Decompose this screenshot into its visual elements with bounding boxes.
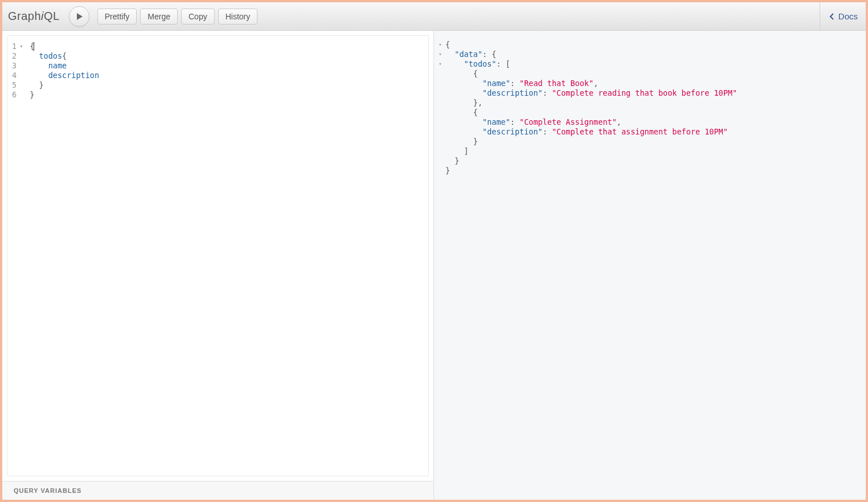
code-token [445, 137, 473, 146]
code-token: "name" [482, 117, 510, 126]
line-number: 5 [12, 80, 17, 90]
code-token: , [593, 79, 598, 88]
chevron-left-icon [829, 13, 835, 21]
code-token: } [445, 166, 450, 175]
code-token [445, 59, 464, 68]
code-token: { [473, 108, 478, 117]
line-number-gutter: 1▾ 2 3 4 5 6 [7, 36, 25, 476]
docs-button[interactable]: Docs [820, 2, 866, 31]
query-editor[interactable]: 1▾ 2 3 4 5 6 { todos{ name description }… [7, 35, 429, 476]
code-token [445, 98, 473, 107]
fold-marker-icon[interactable]: ▾ [437, 50, 443, 59]
fold-marker-icon[interactable]: ▾ [437, 59, 443, 69]
line-number: 1 [12, 42, 17, 51]
code-token: "name" [482, 79, 510, 88]
code-token: "data" [455, 50, 482, 59]
query-code[interactable]: { todos{ name description } } [25, 36, 428, 476]
code-token [445, 156, 455, 165]
code-token: } [455, 156, 459, 165]
history-button[interactable]: History [218, 9, 258, 25]
code-token: : [543, 127, 552, 136]
code-token [445, 69, 473, 78]
code-token: ] [464, 146, 469, 156]
query-editor-wrap: 1▾ 2 3 4 5 6 { todos{ name description }… [2, 31, 433, 481]
code-token [30, 71, 48, 80]
docs-label: Docs [838, 11, 858, 21]
code-token: { [445, 40, 450, 49]
result-code[interactable]: { "data": { "todos": [ { "name": "Read t… [444, 31, 866, 500]
play-icon [76, 13, 84, 21]
execute-button[interactable] [69, 6, 89, 27]
code-token: : [510, 117, 519, 126]
code-token: { [473, 69, 478, 78]
editor-pane: 1▾ 2 3 4 5 6 { todos{ name description }… [2, 31, 434, 500]
code-token [30, 51, 39, 60]
code-token [30, 80, 39, 89]
merge-button[interactable]: Merge [140, 9, 178, 25]
copy-button[interactable]: Copy [181, 9, 215, 25]
code-token [445, 117, 482, 126]
code-token: } [39, 80, 43, 89]
code-token: : [496, 59, 505, 68]
query-variables-bar[interactable]: QUERY VARIABLES [2, 481, 433, 500]
code-token [445, 127, 482, 136]
code-token: "Complete that assignment before 10PM" [552, 127, 728, 136]
code-token [445, 79, 482, 88]
toolbar: GraphiQL Prettify Merge Copy History Doc… [2, 2, 866, 31]
code-token [445, 108, 473, 117]
code-token [445, 146, 464, 156]
line-number: 6 [12, 90, 17, 100]
text-cursor [34, 42, 34, 51]
code-token: } [473, 137, 478, 146]
code-token: , [617, 117, 621, 126]
code-token: "description" [482, 88, 543, 97]
logo-text-post: QL [44, 10, 60, 22]
code-token: "Complete reading that book before 10PM" [552, 88, 737, 97]
code-token: , [478, 98, 482, 107]
code-token: : [510, 79, 519, 88]
logo-text-pre: Graph [8, 10, 41, 22]
result-pane: ▾ ▾ ▾ { "data": { "todos": [ { "name": "… [434, 31, 866, 500]
main-area: 1▾ 2 3 4 5 6 { todos{ name description }… [2, 31, 866, 500]
app-logo: GraphiQL [8, 10, 60, 23]
code-token: } [30, 90, 34, 99]
line-number: 4 [12, 71, 17, 80]
code-token [445, 50, 455, 59]
fold-marker-icon[interactable]: ▾ [18, 42, 23, 51]
code-token: : [482, 50, 492, 59]
result-fold-gutter: ▾ ▾ ▾ [434, 31, 444, 500]
code-token: description [48, 71, 99, 80]
code-token [445, 88, 482, 97]
code-token: "description" [482, 127, 543, 136]
fold-marker-icon[interactable]: ▾ [437, 40, 443, 50]
code-token: "todos" [464, 59, 497, 68]
code-token: [ [506, 59, 510, 68]
prettify-button[interactable]: Prettify [97, 9, 137, 25]
code-token: todos [39, 51, 62, 60]
code-token: "Read that Book" [519, 79, 593, 88]
code-token: : [543, 88, 552, 97]
code-token: { [492, 50, 496, 59]
code-token: "Complete Assignment" [519, 117, 617, 126]
line-number: 2 [12, 51, 17, 61]
code-token [30, 61, 48, 70]
code-token: { [62, 51, 67, 60]
code-token: name [48, 61, 67, 70]
line-number: 3 [12, 61, 17, 71]
code-token: } [473, 98, 478, 107]
